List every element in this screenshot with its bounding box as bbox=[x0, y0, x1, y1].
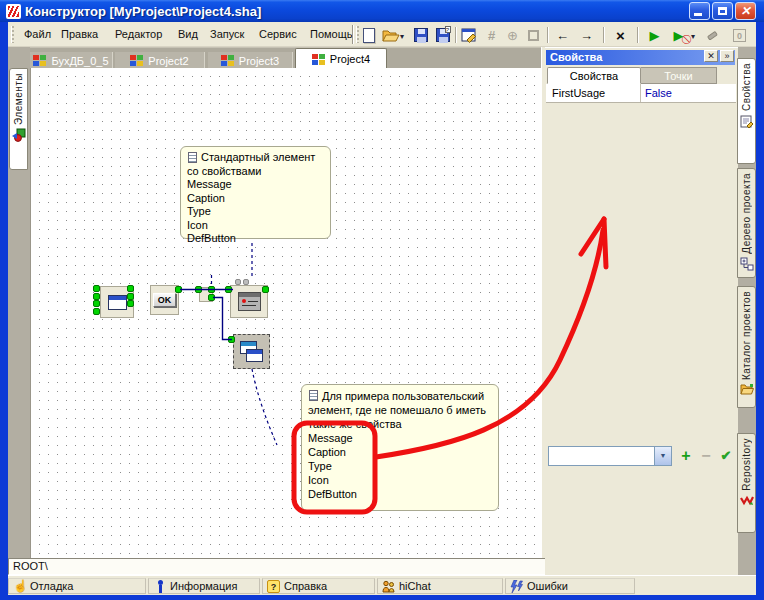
menu-view[interactable]: Вид bbox=[172, 26, 204, 43]
tab-properties[interactable]: Свойства bbox=[547, 67, 641, 84]
window-icon bbox=[108, 295, 127, 310]
titlebar: Конструктор [MyProject\Project4.sha] ✕ bbox=[0, 0, 764, 22]
cascaded-windows-icon bbox=[240, 341, 264, 363]
note-title: Для примера пользовательский элемент, гд… bbox=[308, 390, 486, 430]
element-multi-window-selected[interactable] bbox=[233, 334, 270, 369]
open-dropdown-arrow[interactable]: ▾ bbox=[400, 32, 404, 41]
tab-project-buhdb[interactable]: БухДБ_0_5 bbox=[30, 52, 113, 69]
menu-service[interactable]: Сервис bbox=[253, 26, 303, 43]
tab-project4-active[interactable]: Project4 bbox=[295, 48, 387, 69]
tab-project3[interactable]: Project3 bbox=[208, 52, 293, 69]
info-pin-icon bbox=[153, 580, 166, 593]
menu-toolbar-row: Файл Правка Редактор Вид Запуск Сервис П… bbox=[8, 22, 756, 47]
statusbar-information[interactable]: Информация bbox=[148, 578, 260, 594]
apply-button[interactable]: ✔ bbox=[717, 446, 735, 466]
right-dock-strip: Свойства Дерево проекта Каталог проектов… bbox=[738, 47, 756, 575]
save-button[interactable] bbox=[410, 25, 431, 45]
remove-button[interactable]: − bbox=[697, 446, 715, 466]
minimize-button[interactable] bbox=[689, 2, 710, 20]
port[interactable] bbox=[93, 293, 100, 300]
repository-icon bbox=[740, 494, 754, 508]
statusbar-debug[interactable]: ☝ Отладка bbox=[8, 578, 146, 594]
folder-icon bbox=[740, 383, 754, 397]
ok-button-icon: OK bbox=[153, 293, 176, 307]
menu-help[interactable]: Помощь bbox=[304, 26, 359, 43]
compile-button[interactable] bbox=[702, 25, 723, 45]
back-button[interactable]: ← bbox=[552, 25, 573, 45]
run-button[interactable]: ▶ bbox=[644, 25, 665, 45]
frame-button[interactable] bbox=[523, 25, 544, 45]
statusbar-help[interactable]: ? Справка bbox=[262, 578, 375, 594]
menu-file[interactable]: Файл bbox=[18, 26, 57, 43]
port-inactive[interactable] bbox=[243, 279, 249, 285]
compile-icon bbox=[706, 29, 719, 42]
save-all-button[interactable]: ? bbox=[432, 25, 453, 45]
port[interactable] bbox=[175, 286, 182, 293]
combo-input[interactable] bbox=[549, 447, 654, 465]
tab-points[interactable]: Точки bbox=[641, 67, 717, 84]
port[interactable] bbox=[93, 300, 100, 307]
document-tabstrip: БухДБ_0_5 Project2 Project3 Project4 bbox=[30, 47, 541, 68]
numeric-mode-button[interactable]: 0 bbox=[729, 25, 750, 45]
statusbar-errors[interactable]: Ошибки bbox=[505, 578, 635, 594]
properties-icon bbox=[740, 114, 754, 128]
run-dropdown-arrow[interactable]: ▾ bbox=[691, 32, 695, 41]
note-custom-element[interactable]: Для примера пользовательский элемент, гд… bbox=[301, 384, 499, 511]
align-button[interactable]: ⊕ bbox=[502, 25, 523, 45]
form-editor-button[interactable] bbox=[459, 25, 480, 45]
property-combo[interactable]: ▼ bbox=[548, 446, 672, 466]
delete-button[interactable]: × bbox=[610, 25, 631, 45]
port[interactable] bbox=[93, 285, 100, 292]
tab-elements[interactable]: Элементы bbox=[9, 68, 28, 170]
run-options-button[interactable]: ▶ bbox=[668, 25, 689, 45]
form-editor-icon bbox=[461, 27, 478, 43]
maximize-button[interactable] bbox=[712, 2, 733, 20]
port[interactable] bbox=[127, 293, 134, 300]
port[interactable] bbox=[127, 300, 134, 307]
panel-close-icon[interactable]: ✕ bbox=[704, 50, 718, 62]
open-folder-icon bbox=[382, 28, 400, 43]
port[interactable] bbox=[228, 336, 235, 343]
tab-project-catalog[interactable]: Каталог проектов bbox=[737, 286, 756, 408]
panel-expand-icon[interactable]: » bbox=[720, 50, 734, 62]
grid-button[interactable]: # bbox=[481, 25, 502, 45]
statusbar: ☝ Отладка Информация ? Справка hiChat Ош… bbox=[8, 575, 756, 595]
note-title: Стандартный элемент со свойствами bbox=[187, 151, 315, 177]
project-icon bbox=[130, 55, 143, 66]
port[interactable] bbox=[262, 286, 269, 293]
property-value[interactable]: False bbox=[641, 84, 736, 102]
close-button[interactable]: ✕ bbox=[735, 2, 756, 20]
menu-editor[interactable]: Редактор bbox=[109, 26, 168, 43]
port[interactable] bbox=[208, 286, 215, 293]
combo-dropdown-icon[interactable]: ▼ bbox=[654, 447, 671, 465]
tab-project-tree[interactable]: Дерево проекта bbox=[737, 168, 756, 278]
port[interactable] bbox=[195, 286, 202, 293]
statusbar-hichat[interactable]: hiChat bbox=[377, 578, 503, 594]
tab-project2[interactable]: Project2 bbox=[115, 52, 205, 69]
tab-repository[interactable]: Repository bbox=[737, 433, 756, 533]
note-icon bbox=[188, 152, 197, 163]
port[interactable] bbox=[127, 285, 134, 292]
menu-grip[interactable] bbox=[11, 26, 14, 43]
window-title: Конструктор [MyProject\Project4.sha] bbox=[25, 4, 261, 19]
forward-button[interactable]: → bbox=[576, 25, 597, 45]
app-window: Конструктор [MyProject\Project4.sha] ✕ Ф… bbox=[0, 0, 764, 600]
new-file-button[interactable] bbox=[358, 25, 379, 45]
port[interactable] bbox=[208, 294, 215, 301]
note-standard-element[interactable]: Стандартный элемент со свойствами Messag… bbox=[180, 146, 331, 239]
menu-edit[interactable]: Правка bbox=[55, 26, 104, 43]
open-file-button[interactable] bbox=[380, 25, 401, 45]
port-inactive[interactable] bbox=[235, 279, 241, 285]
elements-palette-icon bbox=[12, 128, 26, 142]
property-name: FirstUsage bbox=[546, 84, 641, 102]
hand-icon: ☝ bbox=[13, 580, 26, 593]
app-logo-icon bbox=[6, 4, 21, 19]
add-button[interactable]: + bbox=[677, 446, 695, 466]
properties-panel: Свойства ✕ » Свойства Точки FirstUsage F… bbox=[545, 47, 738, 575]
port[interactable] bbox=[225, 286, 232, 293]
menu-run[interactable]: Запуск bbox=[204, 26, 250, 43]
port[interactable] bbox=[93, 308, 100, 315]
note-icon bbox=[309, 390, 318, 401]
band-separator bbox=[352, 25, 354, 44]
tab-properties-vertical[interactable]: Свойства bbox=[737, 58, 756, 164]
